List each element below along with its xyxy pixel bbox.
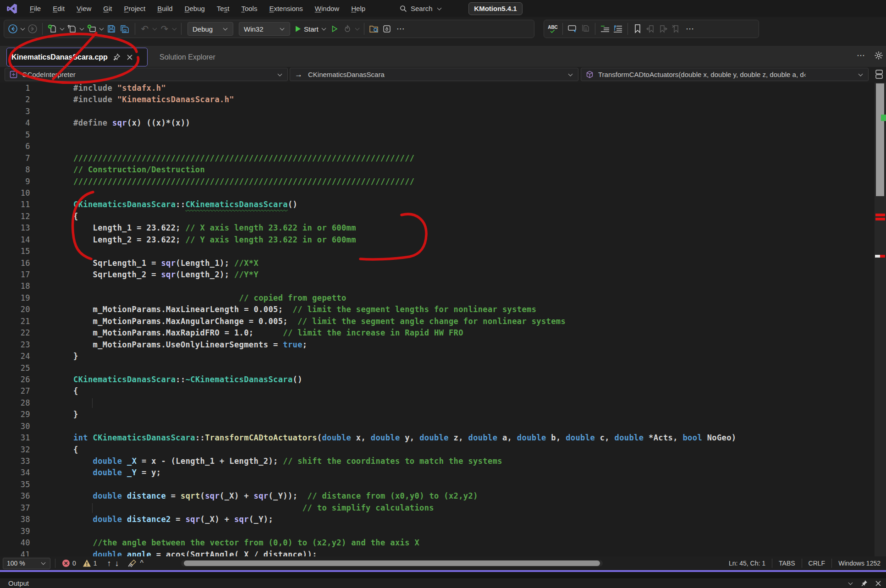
chevron-down-icon[interactable] [60, 26, 65, 31]
code-line-16[interactable]: 16 SqrLength_1 = sqr(Length_1); //X*X [0, 258, 886, 269]
menu-debug[interactable]: Debug [179, 0, 211, 17]
code-line-15[interactable]: 15 [0, 246, 886, 257]
chevron-down-icon[interactable] [172, 26, 177, 31]
code-line-25[interactable]: 25 [0, 363, 886, 374]
code-line-18[interactable]: 18 [0, 280, 886, 292]
bookmark-icon[interactable] [632, 22, 644, 36]
duplicate-lines-icon[interactable] [579, 22, 591, 36]
code-line-9[interactable]: 9///////////////////////////////////////… [0, 176, 886, 187]
hot-reload-icon[interactable] [341, 22, 353, 36]
nav-back-icon[interactable] [7, 22, 19, 36]
caret-position[interactable]: Ln: 45, Ch: 1 [727, 560, 767, 567]
code-line-29[interactable]: 29} [0, 409, 886, 420]
live-share-icon[interactable] [381, 22, 393, 36]
code-line-34[interactable]: 34 double _Y = y; [0, 467, 886, 478]
code-line-21[interactable]: 21 m_MotionParams.MaxAngularChange = 0.0… [0, 316, 886, 327]
code-line-39[interactable]: 39 [0, 526, 886, 537]
chevron-down-icon[interactable] [21, 26, 25, 31]
tab-pin-icon[interactable] [113, 54, 120, 60]
find-in-files-icon[interactable] [368, 22, 380, 36]
code-line-12[interactable]: 12{ [0, 211, 886, 222]
code-line-6[interactable]: 6 [0, 141, 886, 152]
code-line-36[interactable]: 36 double distance = sqrt(sqr(_X) + sqr(… [0, 490, 886, 502]
more-icon[interactable]: ⋯ [683, 24, 698, 34]
code-line-24[interactable]: 24} [0, 351, 886, 362]
tab-list-more-icon[interactable]: ⋯ [854, 50, 869, 60]
code-line-14[interactable]: 14 Length_2 = 23.622; // Y axis length 2… [0, 234, 886, 246]
format-document-icon[interactable] [612, 22, 624, 36]
clean-icon[interactable] [126, 559, 138, 567]
code-line-23[interactable]: 23 m_MotionParams.UseOnlyLinearSegments … [0, 339, 886, 351]
code-line-32[interactable]: 32{ [0, 444, 886, 456]
code-editor[interactable]: 1#include "stdafx.h"2#include "Kinematic… [0, 82, 886, 556]
menu-window[interactable]: Window [309, 0, 345, 17]
redo-icon[interactable]: ↷ [159, 22, 171, 36]
new-file-icon[interactable] [46, 22, 58, 36]
project-dropdown[interactable]: GCodeInterpreter [5, 68, 288, 81]
code-line-2[interactable]: 2#include "KinematicsDanasScara.h" [0, 94, 886, 105]
menu-build[interactable]: Build [151, 0, 178, 17]
code-line-5[interactable]: 5 [0, 129, 886, 141]
vertical-scrollbar[interactable] [875, 82, 886, 556]
close-icon[interactable] [127, 54, 133, 60]
save-all-icon[interactable] [118, 22, 131, 36]
code-line-4[interactable]: 4#define sqr(x) ((x)*(x)) [0, 117, 886, 129]
nav-forward-icon[interactable] [27, 22, 39, 36]
comment-icon[interactable] [567, 22, 578, 36]
search-control[interactable]: Search [400, 0, 442, 17]
chevron-down-icon[interactable] [355, 26, 359, 31]
chevron-down-icon[interactable] [153, 26, 157, 31]
type-dropdown[interactable]: → CKinematicsDanasScara [290, 68, 578, 81]
horizontal-scrollbar[interactable] [181, 560, 603, 566]
code-line-28[interactable]: 28 [0, 397, 886, 409]
solution-platform-combo[interactable]: Win32 [239, 22, 290, 36]
code-line-30[interactable]: 30 [0, 421, 886, 432]
code-line-3[interactable]: 3 [0, 106, 886, 117]
code-line-7[interactable]: 7///////////////////////////////////////… [0, 153, 886, 164]
menu-tools[interactable]: Tools [235, 0, 263, 17]
indent-mode[interactable]: TABS [777, 560, 797, 567]
previous-issue-icon[interactable]: ↑ [105, 559, 113, 568]
save-icon[interactable] [105, 22, 117, 36]
code-line-26[interactable]: 26CKinematicsDanasScara::~CKinematicsDan… [0, 374, 886, 385]
run-without-debugging-icon[interactable] [329, 22, 341, 36]
open-file-icon[interactable] [66, 22, 78, 36]
split-editor-icon[interactable] [874, 69, 884, 80]
code-line-10[interactable]: 10 [0, 187, 886, 199]
menu-edit[interactable]: Edit [47, 0, 71, 17]
menu-project[interactable]: Project [118, 0, 152, 17]
encoding[interactable]: Windows 1252 [836, 560, 882, 567]
spell-check-icon[interactable]: ABC [547, 22, 559, 36]
outdent-icon[interactable] [599, 22, 611, 36]
next-bookmark-icon[interactable] [657, 22, 669, 36]
scrollbar-thumb[interactable] [876, 83, 884, 196]
code-line-1[interactable]: 1#include "stdafx.h" [0, 82, 886, 94]
close-icon[interactable] [875, 580, 881, 587]
tab-kinematicsdanasscara[interactable]: KinematicsDanasScara.cpp [6, 48, 148, 66]
chevron-down-icon[interactable] [848, 580, 853, 585]
code-line-22[interactable]: 22 m_MotionParams.MaxRapidFRO = 1.0; // … [0, 327, 886, 339]
scrollbar-thumb[interactable] [184, 561, 600, 566]
code-line-37[interactable]: 37 // to simplify calculations [0, 502, 886, 514]
menu-help[interactable]: Help [345, 0, 371, 17]
menu-view[interactable]: View [71, 0, 97, 17]
code-line-38[interactable]: 38 double distance2 = sqr(_X) + sqr(_Y); [0, 514, 886, 525]
collapse-icon[interactable]: ^ [138, 559, 146, 567]
line-ending[interactable]: CRLF [807, 560, 827, 567]
code-line-19[interactable]: 19 // copied from gepetto [0, 292, 886, 304]
previous-bookmark-icon[interactable] [644, 22, 656, 36]
zoom-combo[interactable]: 100 % [3, 558, 50, 569]
code-line-35[interactable]: 35 [0, 479, 886, 490]
code-line-20[interactable]: 20 m_MotionParams.MaxLinearLength = 0.00… [0, 304, 886, 315]
start-debugging-button[interactable]: Start [293, 22, 328, 36]
chevron-down-icon[interactable] [99, 26, 104, 31]
clear-bookmarks-icon[interactable] [670, 22, 682, 36]
member-dropdown[interactable]: TransformCADtoActuators(double x, double… [581, 68, 869, 81]
menu-test[interactable]: Test [211, 0, 236, 17]
code-line-33[interactable]: 33 double _X = x - (Length_1 + Length_2)… [0, 456, 886, 467]
code-line-11[interactable]: 11CKinematicsDanasScara::CKinematicsDana… [0, 199, 886, 210]
gear-icon[interactable] [874, 51, 883, 60]
pin-icon[interactable] [861, 580, 868, 587]
add-item-icon[interactable] [86, 22, 98, 36]
code-line-17[interactable]: 17 SqrLength_2 = sqr(Length_2); //Y*Y [0, 269, 886, 280]
